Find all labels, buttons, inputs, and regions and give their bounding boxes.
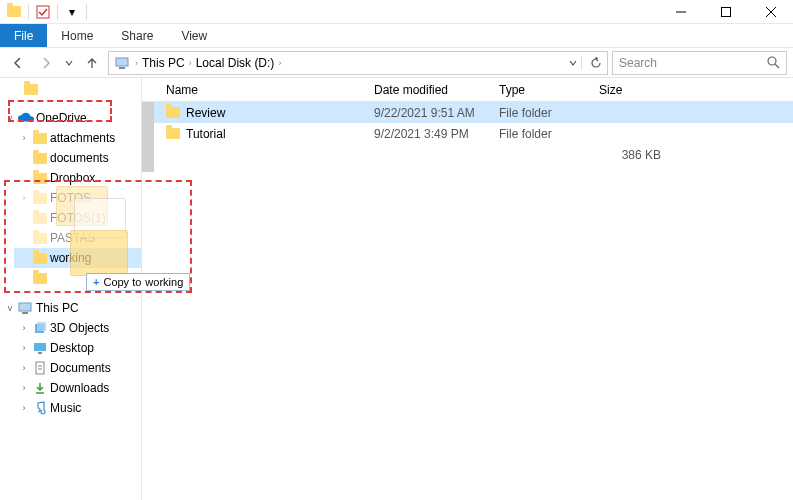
svg-rect-15 xyxy=(36,362,44,374)
breadcrumb-this-pc[interactable]: This PC xyxy=(140,56,187,70)
dropdown-icon[interactable] xyxy=(559,52,581,74)
tree-item-this-pc[interactable]: v This PC xyxy=(0,298,141,318)
column-date[interactable]: Date modified xyxy=(374,78,499,101)
music-icon xyxy=(32,400,48,416)
folder-icon xyxy=(32,150,48,166)
file-row[interactable]: Review 9/22/2021 9:51 AM File folder xyxy=(154,102,793,123)
onedrive-icon xyxy=(18,110,34,126)
minimize-button[interactable] xyxy=(658,0,703,24)
column-headers: Name Date modified Type Size xyxy=(142,78,793,102)
properties-icon[interactable] xyxy=(33,3,53,21)
column-name[interactable]: Name xyxy=(154,78,374,101)
svg-point-7 xyxy=(768,57,776,65)
search-placeholder: Search xyxy=(619,56,657,70)
total-size: 386 KB xyxy=(599,148,669,162)
chevron-right-icon[interactable]: › xyxy=(135,58,138,68)
plus-icon: + xyxy=(93,276,99,288)
title-bar: ▾ xyxy=(0,0,793,24)
tree-item-downloads[interactable]: ›Downloads xyxy=(14,378,141,398)
drop-target: working xyxy=(145,276,183,288)
summary-row: 386 KB xyxy=(154,144,793,165)
history-dropdown-icon[interactable] xyxy=(62,51,76,75)
svg-rect-14 xyxy=(38,352,42,354)
svg-rect-13 xyxy=(34,343,46,351)
folder-icon[interactable] xyxy=(4,3,24,21)
tree-item-documents[interactable]: ›Documents xyxy=(14,358,141,378)
file-tab[interactable]: File xyxy=(0,24,47,47)
tree-item-fotos[interactable]: ›FOTOS xyxy=(14,188,141,208)
close-button[interactable] xyxy=(748,0,793,24)
column-size[interactable]: Size xyxy=(599,78,669,101)
tree-label: OneDrive xyxy=(36,111,87,125)
file-list-area[interactable]: Name Date modified Type Size Review 9/22… xyxy=(142,78,793,500)
pc-icon xyxy=(18,300,34,316)
up-button[interactable] xyxy=(80,51,104,75)
expand-icon[interactable]: v xyxy=(4,113,16,123)
svg-rect-10 xyxy=(22,312,28,314)
ribbon: File Home Share View xyxy=(0,24,793,48)
tab-home[interactable]: Home xyxy=(47,24,107,47)
file-name: Review xyxy=(154,106,374,120)
tree-item-attachments[interactable]: ›attachments xyxy=(14,128,141,148)
tree-item-desktop[interactable]: ›Desktop xyxy=(14,338,141,358)
desktop-icon xyxy=(32,340,48,356)
chevron-right-icon[interactable]: › xyxy=(189,58,192,68)
tree-item-working[interactable]: working xyxy=(14,248,141,268)
svg-line-8 xyxy=(775,64,779,68)
address-bar[interactable]: › This PC › Local Disk (D:) › xyxy=(108,51,608,75)
search-icon[interactable] xyxy=(767,56,780,69)
file-row[interactable]: Tutorial 9/2/2021 3:49 PM File folder xyxy=(154,123,793,144)
3d-objects-icon xyxy=(32,320,48,336)
file-date: 9/2/2021 3:49 PM xyxy=(374,127,499,141)
svg-rect-5 xyxy=(116,58,128,66)
refresh-button[interactable] xyxy=(581,56,603,70)
svg-rect-0 xyxy=(37,6,49,18)
file-type: File folder xyxy=(499,106,599,120)
folder-icon xyxy=(32,250,48,266)
qat-dropdown-icon[interactable]: ▾ xyxy=(62,3,82,21)
folder-icon xyxy=(32,230,48,246)
chevron-right-icon[interactable]: › xyxy=(278,58,281,68)
tree-item-music[interactable]: ›Music xyxy=(14,398,141,418)
tree-item-pastas[interactable]: PASTAS xyxy=(14,228,141,248)
expand-icon[interactable]: › xyxy=(18,363,30,373)
file-name: Tutorial xyxy=(154,127,374,141)
tree-item-3d-objects[interactable]: ›3D Objects xyxy=(14,318,141,338)
folder-icon xyxy=(32,210,48,226)
tab-view[interactable]: View xyxy=(167,24,221,47)
expand-icon[interactable]: › xyxy=(18,133,30,143)
documents-icon xyxy=(32,360,48,376)
folder-icon xyxy=(32,190,48,206)
folder-icon xyxy=(32,170,48,186)
svg-rect-12 xyxy=(37,322,46,331)
folder-icon xyxy=(32,270,48,286)
window-controls xyxy=(658,0,793,24)
tree-item-documents[interactable]: documents xyxy=(14,148,141,168)
tree-item-dropbox[interactable]: Dropbox xyxy=(14,168,141,188)
expand-icon[interactable]: › xyxy=(18,403,30,413)
expand-icon[interactable]: v xyxy=(4,303,16,313)
tree-item-onedrive[interactable]: v OneDrive xyxy=(0,108,141,128)
svg-rect-6 xyxy=(119,67,125,69)
pc-icon[interactable] xyxy=(113,56,133,70)
search-input[interactable]: Search xyxy=(612,51,787,75)
tree-item-fotos1[interactable]: FOTOS(1) xyxy=(14,208,141,228)
tab-share[interactable]: Share xyxy=(107,24,167,47)
forward-button[interactable] xyxy=(34,51,58,75)
folder-icon xyxy=(32,130,48,146)
column-type[interactable]: Type xyxy=(499,78,599,101)
expand-icon[interactable]: › xyxy=(18,343,30,353)
breadcrumb-local-disk[interactable]: Local Disk (D:) xyxy=(194,56,277,70)
folder-icon xyxy=(166,128,180,139)
drop-action: Copy to xyxy=(103,276,141,288)
svg-rect-2 xyxy=(721,7,730,16)
svg-rect-9 xyxy=(19,303,31,311)
expand-icon[interactable]: › xyxy=(18,193,30,203)
drop-tooltip: + Copy to working xyxy=(86,273,190,291)
expand-icon[interactable]: › xyxy=(18,323,30,333)
expand-icon[interactable]: › xyxy=(18,383,30,393)
scrollbar[interactable] xyxy=(142,102,154,172)
maximize-button[interactable] xyxy=(703,0,748,24)
back-button[interactable] xyxy=(6,51,30,75)
file-type: File folder xyxy=(499,127,599,141)
